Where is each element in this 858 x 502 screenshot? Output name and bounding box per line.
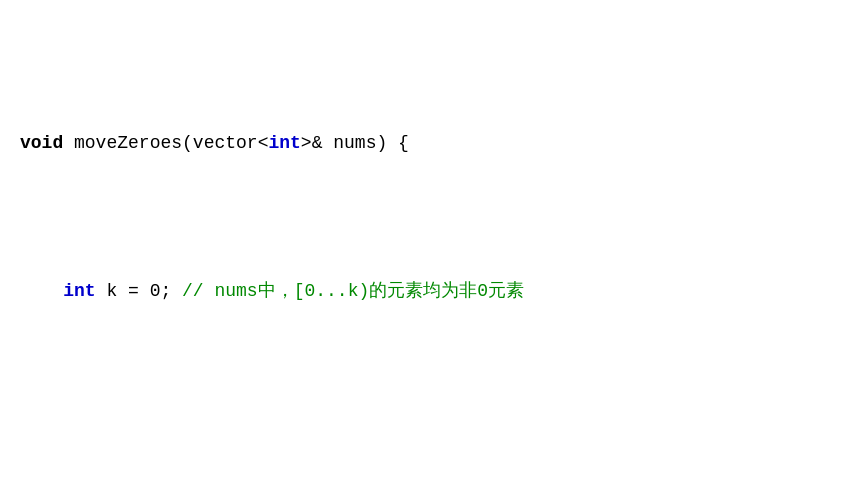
code-line-empty xyxy=(20,426,858,456)
code-line-2: int k = 0; // nums中，[0...k)的元素均为非0元素 xyxy=(20,277,858,307)
code-line-1: void moveZeroes(vector<int>& nums) { xyxy=(20,129,858,159)
code-container: void moveZeroes(vector<int>& nums) { int… xyxy=(0,0,858,502)
code-block: void moveZeroes(vector<int>& nums) { int… xyxy=(20,10,858,502)
